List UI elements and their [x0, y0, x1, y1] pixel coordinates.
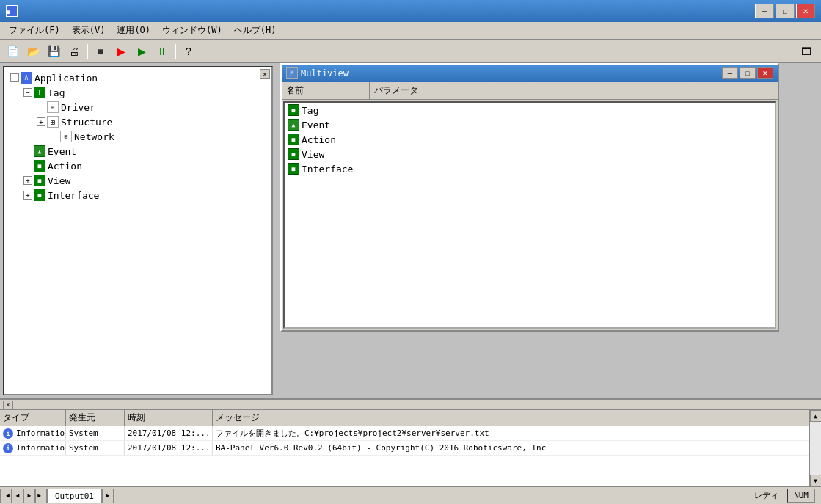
mv-label-tag: Tag — [302, 105, 318, 116]
print-button[interactable]: 🖨 — [65, 43, 84, 60]
step-play-button[interactable]: ▶ — [132, 43, 151, 60]
action-icon: ■ — [34, 160, 45, 172]
log-row-1[interactable]: i Information System 2017/01/08 12:... B… — [0, 441, 809, 456]
right-area: M Multiview ─ □ ✕ 名前 パラメータ ■ Tag — [273, 63, 821, 398]
tree-item-network[interactable]: ⊞ Network — [7, 129, 269, 144]
mv-label-action: Action — [302, 134, 336, 145]
log-header: タイプ 発生元 時刻 メッセージ — [0, 410, 809, 426]
log-col-source: 発生元 — [66, 410, 125, 426]
multiview-window: M Multiview ─ □ ✕ 名前 パラメータ ■ Tag — [280, 63, 779, 332]
log-cell-source-0: System — [66, 426, 125, 440]
log-cell-source-1: System — [66, 441, 125, 455]
expand-application[interactable]: − — [10, 73, 19, 82]
log-cell-time-1: 2017/01/08 12:... — [125, 441, 213, 455]
tree-label-view: View — [48, 175, 70, 186]
num-lock-indicator: NUM — [787, 489, 815, 503]
multiview-titlebar: M Multiview ─ □ ✕ — [282, 65, 778, 82]
tab-scroll-right[interactable]: ▶ — [102, 489, 114, 503]
separator-2 — [175, 44, 176, 59]
scroll-up-button[interactable]: ▲ — [810, 410, 822, 422]
scroll-down-button[interactable]: ▼ — [810, 475, 822, 486]
extra-button[interactable]: 🗔 — [795, 43, 818, 60]
tab-strip: |◀ ◀ ▶ ▶| Output01 ▶ — [0, 489, 748, 503]
log-row-0[interactable]: i Information System 2017/01/08 12:... フ… — [0, 426, 809, 441]
minimize-button[interactable]: ─ — [755, 4, 774, 18]
mv-row-action[interactable]: ■ Action — [285, 132, 775, 147]
tab-nav-last[interactable]: ▶| — [35, 489, 47, 503]
help-button[interactable]: ? — [179, 43, 198, 60]
maximize-button[interactable]: □ — [776, 4, 795, 18]
expand-structure[interactable]: + — [37, 117, 45, 126]
structure-icon: ⊞ — [47, 116, 59, 128]
info-icon-1: i — [3, 443, 13, 453]
event-icon: ▲ — [34, 145, 45, 157]
mv-action-icon: ■ — [288, 134, 299, 145]
title-bar-buttons: ─ □ ✕ — [755, 4, 815, 18]
mv-row-interface[interactable]: ■ Interface — [285, 161, 775, 176]
view-icon: ■ — [34, 175, 45, 186]
menu-file[interactable]: ファイル(F) — [3, 23, 66, 38]
tree-label-network: Network — [74, 131, 114, 142]
expand-view[interactable]: + — [23, 176, 32, 185]
tree-label-structure: Structure — [61, 117, 112, 128]
mv-view-icon: ■ — [288, 148, 299, 160]
tree-item-structure[interactable]: + ⊞ Structure — [7, 114, 269, 129]
multiview-title: Multiview — [301, 68, 722, 78]
tree-item-view[interactable]: + ■ View — [7, 173, 269, 188]
toolbar: 📄 📂 💾 🖨 ■ ▶ ▶ ⏸ ? 🗔 — [0, 40, 821, 63]
panel-collapse-bar: ✕ — [0, 400, 821, 410]
expand-tag[interactable]: − — [23, 88, 32, 97]
multiview-icon: M — [286, 67, 298, 79]
menu-apply[interactable]: 運用(O) — [111, 23, 156, 38]
multiview-close-button[interactable]: ✕ — [757, 67, 773, 79]
scroll-track[interactable] — [810, 422, 821, 475]
tab-output01[interactable]: Output01 — [47, 489, 102, 503]
new-button[interactable]: 📄 — [3, 43, 22, 60]
close-button[interactable]: ✕ — [796, 4, 815, 18]
status-right: レディ NUM — [748, 489, 821, 503]
network-icon: ⊞ — [60, 131, 72, 142]
log-type-0: Information — [16, 428, 66, 438]
tab-nav-first[interactable]: |◀ — [0, 489, 12, 503]
open-button[interactable]: 📂 — [23, 43, 43, 60]
main-content: ✕ − A Application − T Tag ⊞ Driver — [0, 63, 821, 398]
multiview-col-param: パラメータ — [370, 82, 778, 99]
stop-button[interactable]: ■ — [91, 43, 110, 60]
play-button[interactable]: ▶ — [112, 43, 131, 60]
menu-bar: ファイル(F) 表示(V) 運用(O) ウィンドウ(W) ヘルプ(H) — [0, 22, 821, 40]
log-cell-type-0: i Information — [0, 426, 66, 440]
menu-view[interactable]: 表示(V) — [66, 23, 112, 38]
multiview-minimize-button[interactable]: ─ — [722, 67, 738, 79]
mv-label-interface: Interface — [302, 164, 353, 175]
mv-row-view[interactable]: ■ View — [285, 147, 775, 161]
tab-nav-next[interactable]: ▶ — [23, 489, 35, 503]
multiview-content: ■ Tag ▲ Event ■ Action ■ View — [283, 101, 776, 329]
tree-item-interface[interactable]: + ■ Interface — [7, 188, 269, 202]
tree-item-action[interactable]: ■ Action — [7, 158, 269, 173]
panel-close-button[interactable]: ✕ — [260, 69, 270, 79]
tree-item-event[interactable]: ▲ Event — [7, 144, 269, 158]
menu-help[interactable]: ヘルプ(H) — [228, 23, 282, 38]
log-type-1: Information — [16, 443, 66, 453]
log-col-time: 時刻 — [125, 410, 213, 426]
menu-window[interactable]: ウィンドウ(W) — [156, 23, 228, 38]
log-cell-msg-0: ファイルを開きました。C:¥projects¥project2¥server¥s… — [213, 426, 809, 440]
expand-interface[interactable]: + — [23, 191, 32, 200]
mv-row-tag[interactable]: ■ Tag — [285, 103, 775, 117]
log-content: i Information System 2017/01/08 12:... フ… — [0, 426, 809, 486]
tree-item-tag[interactable]: − T Tag — [7, 85, 269, 100]
mv-tag-icon: ■ — [288, 104, 299, 116]
pause-button[interactable]: ⏸ — [153, 43, 172, 60]
multiview-col-name: 名前 — [282, 82, 370, 99]
tree-item-application[interactable]: − A Application — [7, 70, 269, 85]
save-button[interactable]: 💾 — [44, 43, 63, 60]
driver-icon: ⊞ — [47, 101, 59, 113]
tab-nav-prev[interactable]: ◀ — [12, 489, 23, 503]
tree-item-driver[interactable]: ⊞ Driver — [7, 100, 269, 114]
interface-icon: ■ — [34, 189, 45, 201]
collapse-button[interactable]: ✕ — [3, 401, 13, 409]
mv-row-event[interactable]: ▲ Event — [285, 117, 775, 132]
separator-1 — [87, 44, 88, 59]
log-col-type: タイプ — [0, 410, 66, 426]
multiview-maximize-button[interactable]: □ — [740, 67, 756, 79]
